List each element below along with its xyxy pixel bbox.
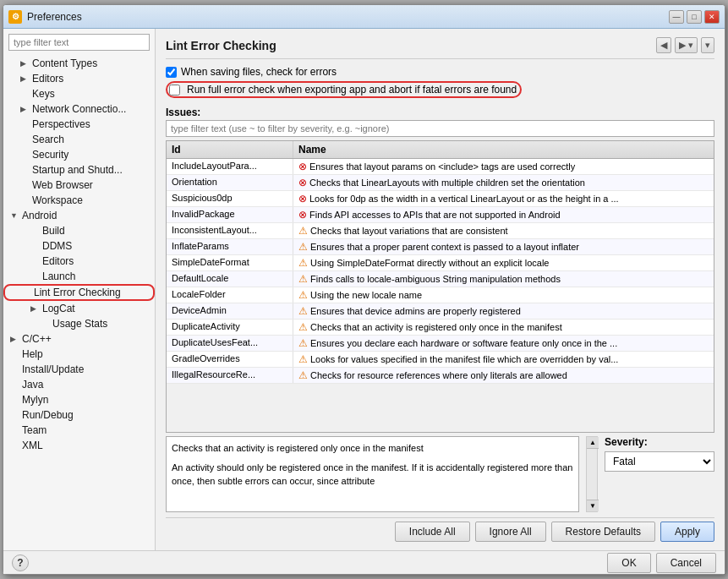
cancel-button[interactable]: Cancel	[656, 553, 716, 573]
table-row[interactable]: SimpleDateFormat ⚠Using SimpleDateFormat…	[167, 255, 714, 271]
sidebar-item-perspectives[interactable]: Perspectives	[3, 117, 155, 132]
window-footer: ? OK Cancel	[3, 550, 725, 574]
minimize-button[interactable]: —	[669, 10, 684, 24]
issue-id: IncludeLayoutPara...	[167, 159, 293, 174]
detail-scroll-up-btn[interactable]: ▲	[587, 437, 599, 449]
detail-text-line2: An activity should only be registered on…	[172, 461, 573, 489]
sidebar-item-team[interactable]: Team	[3, 423, 155, 438]
sidebar-item-cpp[interactable]: C/C++	[3, 331, 155, 347]
help-button[interactable]: ?	[12, 554, 29, 571]
sidebar-item-security[interactable]: Security	[3, 147, 155, 162]
issue-id: Orientation	[167, 175, 293, 190]
issue-id: DeviceAdmin	[167, 303, 293, 319]
sidebar-item-install-update[interactable]: Install/Update	[3, 362, 155, 377]
close-button[interactable]: ✕	[704, 10, 720, 24]
issues-filter-input[interactable]	[166, 120, 714, 137]
col-id-header: Id	[167, 141, 293, 158]
warn-icon: ⚠	[298, 353, 308, 365]
ignore-all-button[interactable]: Ignore All	[475, 522, 546, 542]
issue-name: ⊗Ensures that layout params on <include>…	[293, 159, 714, 174]
maximize-button[interactable]: □	[687, 10, 702, 24]
detail-scroll-down-btn[interactable]: ▼	[587, 500, 599, 511]
window-icon: ⚙	[8, 10, 22, 24]
action-buttons-row: Include All Ignore All Restore Defaults …	[166, 517, 714, 542]
main-panel: Lint Error Checking ◀ ▶ ▾ ▾ When saving …	[156, 29, 725, 550]
include-all-button[interactable]: Include All	[395, 522, 470, 542]
sidebar-item-help[interactable]: Help	[3, 347, 155, 362]
sidebar-item-editors[interactable]: Editors	[3, 71, 155, 86]
arrow-icon	[20, 74, 30, 83]
detail-scrollbar[interactable]: ▲ ▼	[586, 436, 598, 512]
table-row[interactable]: GradleOverrides ⚠Looks for values specif…	[167, 352, 714, 368]
table-row[interactable]: InconsistentLayout... ⚠Checks that layou…	[167, 223, 714, 239]
sidebar-item-android[interactable]: Android	[3, 208, 155, 223]
table-row[interactable]: DefaultLocale ⚠Finds calls to locale-amb…	[167, 271, 714, 287]
issue-name: ⚠Checks that an activity is registered o…	[293, 320, 714, 335]
issue-id: IllegalResourceRe...	[167, 368, 293, 383]
sidebar: Content Types Editors Keys Network Conne…	[3, 29, 156, 550]
nav-arrows: ◀ ▶ ▾ ▾	[656, 37, 714, 53]
issue-id: DuplicateUsesFeat...	[167, 336, 293, 351]
check2-checkbox[interactable]	[169, 85, 180, 96]
issue-id: SimpleDateFormat	[167, 255, 293, 270]
table-row[interactable]: InflateParams ⚠Ensures that a proper par…	[167, 239, 714, 255]
col-name-header: Name	[293, 141, 700, 158]
issue-name: ⚠Ensures that a proper parent context is…	[293, 239, 714, 254]
table-row[interactable]: DuplicateUsesFeat... ⚠Ensures you declar…	[167, 336, 714, 352]
sidebar-item-keys[interactable]: Keys	[3, 86, 155, 101]
panel-title: Lint Error Checking	[166, 39, 276, 52]
warn-icon: ⚠	[298, 369, 308, 381]
table-row[interactable]: InvalidPackage ⊗Finds API accesses to AP…	[167, 207, 714, 223]
arrow-icon	[10, 335, 20, 343]
nav-back-button[interactable]: ◀	[656, 37, 671, 53]
check1-checkbox[interactable]	[166, 67, 177, 78]
sidebar-item-mylyn[interactable]: Mylyn	[3, 392, 155, 407]
sidebar-item-network[interactable]: Network Connectio...	[3, 101, 155, 117]
table-row[interactable]: DeviceAdmin ⚠Ensures that device admins …	[167, 303, 714, 320]
sidebar-item-xml[interactable]: XML	[3, 438, 155, 453]
apply-button[interactable]: Apply	[660, 522, 714, 542]
sidebar-item-logcat[interactable]: LogCat	[3, 301, 155, 316]
nav-menu-button[interactable]: ▾	[701, 37, 714, 53]
table-row[interactable]: IncludeLayoutPara... ⊗Ensures that layou…	[167, 159, 714, 175]
table-row[interactable]: Orientation ⊗Checks that LinearLayouts w…	[167, 175, 714, 191]
detail-text: Checks that an activity is registered on…	[166, 436, 579, 512]
sidebar-item-java[interactable]: Java	[3, 377, 155, 392]
sidebar-item-web-browser[interactable]: Web Browser	[3, 178, 155, 193]
issue-name: ⚠Checks for resource references where on…	[293, 368, 714, 383]
restore-defaults-button[interactable]: Restore Defaults	[551, 522, 655, 542]
detail-scroll-track	[587, 449, 597, 500]
arrow-icon	[10, 211, 20, 220]
table-row[interactable]: IllegalResourceRe... ⚠Checks for resourc…	[167, 368, 714, 384]
sidebar-item-workspace[interactable]: Workspace	[3, 193, 155, 208]
sidebar-item-run-debug[interactable]: Run/Debug	[3, 407, 155, 423]
table-row[interactable]: LocaleFolder ⚠Using the new locale name	[167, 287, 714, 303]
severity-label: Severity:	[605, 436, 714, 448]
sidebar-filter-input[interactable]	[8, 34, 150, 51]
issue-name: ⚠Ensures that device admins are properly…	[293, 303, 714, 319]
issue-name: ⚠Using SimpleDateFormat directly without…	[293, 255, 714, 270]
sidebar-item-editors-android[interactable]: Editors	[3, 254, 155, 269]
nav-forward-button[interactable]: ▶ ▾	[675, 37, 698, 53]
issues-table-body[interactable]: IncludeLayoutPara... ⊗Ensures that layou…	[167, 159, 714, 432]
warn-icon: ⚠	[298, 289, 308, 301]
issue-id: DuplicateActivity	[167, 320, 293, 335]
sidebar-item-content-types[interactable]: Content Types	[3, 56, 155, 71]
issues-table: Id Name IncludeLayoutPara... ⊗Ensures th…	[166, 140, 714, 433]
sidebar-item-startup[interactable]: Startup and Shutd...	[3, 162, 155, 178]
sidebar-item-launch[interactable]: Launch	[3, 269, 155, 284]
severity-select[interactable]: Fatal Error Warning Info Ignore	[605, 451, 714, 472]
footer-ok-cancel: OK Cancel	[607, 553, 716, 573]
sidebar-item-build[interactable]: Build	[3, 223, 155, 238]
sidebar-item-usage-stats[interactable]: Usage Stats	[3, 316, 155, 331]
sidebar-item-lint-error-checking[interactable]: Lint Error Checking	[3, 284, 155, 301]
sidebar-item-ddms[interactable]: DDMS	[3, 238, 155, 254]
table-row[interactable]: Suspicious0dp ⊗Looks for 0dp as the widt…	[167, 191, 714, 207]
ok-button[interactable]: OK	[607, 553, 650, 573]
issue-id: LocaleFolder	[167, 287, 293, 303]
table-row[interactable]: DuplicateActivity ⚠Checks that an activi…	[167, 320, 714, 336]
warn-icon: ⚠	[298, 337, 308, 349]
issue-name: ⚠Looks for values specified in the manif…	[293, 352, 714, 367]
sidebar-item-search[interactable]: Search	[3, 132, 155, 147]
titlebar: ⚙ Preferences — □ ✕	[3, 5, 725, 29]
